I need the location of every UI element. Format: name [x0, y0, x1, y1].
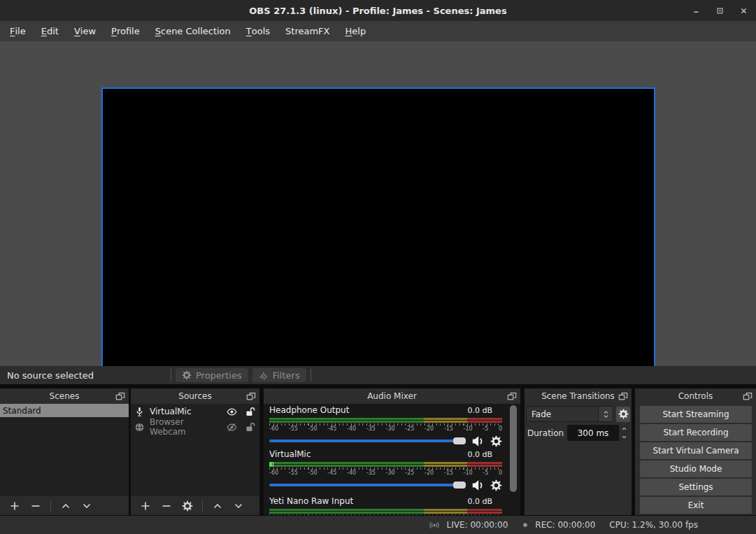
- duration-decrease-button[interactable]: [619, 433, 629, 441]
- start-streaming-button[interactable]: Start Streaming: [640, 406, 752, 423]
- volume-slider[interactable]: [269, 440, 466, 442]
- float-dock-button[interactable]: [246, 391, 256, 400]
- meter-peak-indicator: [273, 462, 273, 467]
- volume-slider[interactable]: [269, 484, 466, 486]
- float-icon: [115, 392, 125, 401]
- channel-settings-icon[interactable]: [490, 435, 502, 447]
- audio-mixer-panel: Audio Mixer Headphone Output0.0 dB-60-55…: [264, 388, 520, 515]
- menu-label-rest: elp: [352, 26, 366, 36]
- start-virtual-camera-button[interactable]: Start Virtual Camera: [640, 442, 752, 459]
- db-tick-label: -30: [386, 426, 395, 432]
- source-properties-icon[interactable]: [182, 500, 193, 512]
- visibility-off-icon[interactable]: [227, 422, 237, 433]
- volume-meter: [269, 418, 502, 423]
- menu-item-view[interactable]: View: [66, 21, 104, 41]
- float-dock-button[interactable]: [115, 391, 125, 400]
- close-icon: [740, 7, 748, 15]
- speaker-icon[interactable]: [471, 435, 485, 448]
- menu-item-tools[interactable]: Tools: [238, 21, 278, 41]
- menu-item-streamfx[interactable]: StreamFX: [278, 21, 337, 41]
- start-recording-button[interactable]: Start Recording: [640, 424, 752, 441]
- scenes-panel: Scenes Standard: [0, 388, 129, 515]
- duration-row: Duration 300 ms: [526, 425, 630, 441]
- filters-button[interactable]: Filters: [252, 368, 306, 382]
- menu-bar: FileEditViewProfileScene CollectionTools…: [0, 21, 756, 41]
- mixer-scrollbar[interactable]: [510, 405, 517, 492]
- source-item-browser-webcam[interactable]: Browser Webcam: [131, 419, 259, 435]
- menu-item-help[interactable]: Help: [337, 21, 373, 41]
- properties-button[interactable]: Properties: [176, 368, 248, 382]
- move-down-icon[interactable]: [233, 500, 244, 512]
- meter-strip-left: [269, 462, 502, 464]
- maximize-icon: [716, 7, 724, 15]
- gear-icon: [618, 409, 629, 419]
- menu-label: StreamFX: [285, 26, 329, 36]
- controls-panel-header[interactable]: Controls: [635, 388, 756, 404]
- meter-tickmarks: [269, 514, 502, 515]
- volume-slider-handle[interactable]: [453, 437, 466, 444]
- sources-panel-title: Sources: [178, 391, 211, 401]
- chevron-down-icon: [603, 414, 609, 419]
- db-tick-label: -50: [308, 470, 318, 476]
- menu-item-scene-collection[interactable]: Scene Collection: [148, 21, 238, 41]
- move-down-icon[interactable]: [81, 500, 92, 512]
- duration-increase-button[interactable]: [619, 425, 629, 433]
- status-bar: LIVE: 00:00:00 REC: 00:00:00 CPU: 1.2%, …: [0, 516, 756, 534]
- audio-mixer-panel-header[interactable]: Audio Mixer: [264, 388, 520, 404]
- scene-item-standard[interactable]: Standard: [0, 404, 129, 417]
- mixer-channel-headphone-output: Headphone Output0.0 dB-60-55-50-45-40-35…: [269, 405, 502, 447]
- scene-transitions-panel-header[interactable]: Scene Transitions: [525, 388, 632, 404]
- preview-canvas[interactable]: [101, 87, 655, 399]
- menu-label-rest: ools: [252, 26, 270, 36]
- volume-slider-handle[interactable]: [453, 482, 466, 489]
- studio-mode-button[interactable]: Studio Mode: [640, 461, 752, 477]
- button-label: Start Virtual Camera: [652, 446, 739, 456]
- move-up-icon[interactable]: [60, 500, 71, 512]
- float-dock-button[interactable]: [618, 391, 628, 400]
- close-button[interactable]: [736, 3, 750, 17]
- menu-item-file[interactable]: File: [2, 21, 34, 41]
- transition-settings-button[interactable]: [616, 407, 630, 422]
- source-name: VirtualMic: [150, 407, 219, 416]
- scenes-panel-header[interactable]: Scenes: [0, 388, 129, 404]
- db-tick-label: -60: [269, 426, 278, 432]
- float-dock-button[interactable]: [743, 391, 753, 400]
- move-up-icon[interactable]: [212, 500, 223, 512]
- float-icon: [618, 392, 628, 401]
- float-dock-button[interactable]: [507, 391, 517, 400]
- meter-strip-right: [269, 421, 502, 423]
- mixer-channel-header: Yeti Nano Raw Input0.0 dB: [269, 496, 502, 507]
- meter-strip-left: [269, 418, 502, 420]
- filters-label: Filters: [273, 370, 300, 381]
- menu-item-profile[interactable]: Profile: [104, 21, 148, 41]
- visibility-icon[interactable]: [227, 407, 237, 417]
- minimize-button[interactable]: [689, 3, 703, 17]
- mixer-channel-yeti-nano-raw-input: Yeti Nano Raw Input0.0 dB-60-55-50-45-40…: [269, 496, 502, 515]
- maximize-button[interactable]: [713, 3, 727, 17]
- menu-item-edit[interactable]: Edit: [34, 21, 66, 41]
- remove-icon[interactable]: [30, 500, 41, 512]
- speaker-icon[interactable]: [471, 479, 485, 492]
- mixer-channel-virtualmic: VirtualMic0.0 dB-60-55-50-45-40-35-30-25…: [269, 449, 502, 491]
- separator: [202, 500, 203, 512]
- settings-button[interactable]: Settings: [640, 479, 752, 496]
- remove-icon[interactable]: [161, 500, 172, 512]
- db-tick-label: -35: [366, 426, 376, 432]
- title-bar: OBS 27.1.3 (linux) - Profile: James - Sc…: [0, 0, 756, 21]
- add-icon[interactable]: [140, 500, 151, 512]
- db-tick-label: -55: [289, 470, 298, 476]
- sources-panel-header[interactable]: Sources: [131, 388, 259, 404]
- source-status-label: No source selected: [7, 370, 94, 381]
- menu-label-rest: ile: [15, 26, 25, 36]
- exit-button[interactable]: Exit: [640, 497, 752, 514]
- add-icon[interactable]: [9, 500, 20, 512]
- lock-open-icon[interactable]: [245, 407, 255, 417]
- scene-transitions-panel-title: Scene Transitions: [541, 391, 615, 401]
- lock-open-icon[interactable]: [245, 422, 255, 433]
- duration-input[interactable]: 300 ms: [567, 425, 619, 441]
- db-tick-label: -15: [444, 470, 453, 476]
- mic-icon: [134, 407, 145, 417]
- channel-settings-icon[interactable]: [490, 479, 502, 491]
- transition-select[interactable]: Fade: [526, 406, 613, 422]
- db-tick-label: -5: [483, 426, 488, 432]
